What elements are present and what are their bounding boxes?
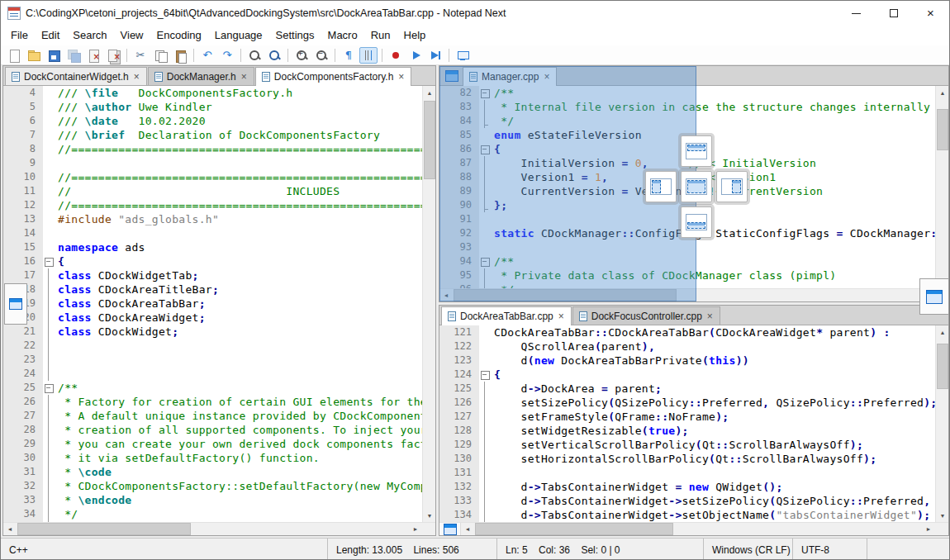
line-number[interactable]: 33 — [3, 493, 43, 507]
menu-file[interactable]: File — [4, 26, 35, 45]
line-number[interactable]: 31 — [3, 465, 43, 479]
line-number[interactable]: 23 — [3, 353, 43, 367]
tab-close-button[interactable]: × — [133, 72, 140, 82]
line-number[interactable]: 132 — [439, 480, 479, 494]
scroll-right-button[interactable]: ► — [922, 523, 935, 535]
menu-language[interactable]: Language — [208, 26, 269, 45]
tab-close-button[interactable]: × — [706, 311, 714, 321]
scroll-down-button[interactable]: ▼ — [936, 509, 948, 522]
dock-indicator-top[interactable] — [681, 135, 712, 167]
line-number[interactable]: 17 — [3, 268, 43, 282]
fold-marker[interactable] — [43, 254, 55, 268]
line-number[interactable]: 129 — [439, 438, 479, 452]
tab-close-button[interactable]: × — [240, 72, 248, 82]
scrollbar-track[interactable] — [474, 523, 922, 535]
vertical-scrollbar[interactable]: ▲ ▼ — [422, 86, 435, 522]
scrollbar-track[interactable] — [17, 523, 409, 535]
scroll-left-button[interactable]: ◄ — [3, 523, 17, 535]
menu-help[interactable]: Help — [397, 26, 433, 45]
toolbar-close-button[interactable] — [84, 47, 102, 64]
line-number[interactable]: 130 — [439, 452, 479, 466]
menu-edit[interactable]: Edit — [35, 26, 66, 45]
menu-macro[interactable]: Macro — [321, 26, 364, 45]
menu-search[interactable]: Search — [66, 26, 113, 45]
menu-encoding[interactable]: Encoding — [150, 26, 208, 45]
line-number[interactable]: 24 — [3, 367, 43, 381]
scroll-up-button[interactable]: ▲ — [423, 86, 435, 99]
scrollbar-thumb[interactable] — [937, 109, 948, 150]
code-area[interactable]: 121CDockAreaTabBar::CDockAreaTabBar(CDoc… — [439, 325, 935, 522]
menu-settings[interactable]: Settings — [269, 26, 321, 45]
scroll-up-button[interactable]: ▲ — [936, 325, 948, 339]
auto-hide-tab-right[interactable] — [919, 278, 949, 315]
line-number[interactable]: 126 — [439, 396, 479, 410]
toolbar-replace-button[interactable] — [265, 47, 283, 64]
toolbar-redo-button[interactable]: ↷ — [218, 47, 236, 64]
vertical-scrollbar[interactable]: ▲ ▼ — [935, 325, 948, 522]
tab-DockComponentsFactory.h[interactable]: DockComponentsFactory.h× — [255, 67, 412, 86]
line-number[interactable]: 13 — [3, 212, 43, 226]
toolbar-copy-button[interactable] — [151, 47, 169, 64]
scrollbar-thumb[interactable] — [424, 101, 435, 179]
line-number[interactable]: 127 — [439, 410, 479, 424]
scrollbar-thumb[interactable] — [17, 523, 191, 535]
line-number[interactable]: 7 — [3, 128, 43, 142]
toolbar-paste-button[interactable] — [171, 47, 189, 64]
code-area[interactable]: 4/// \file DockComponentsFactory.h5/// \… — [3, 86, 422, 522]
tab-close-button[interactable]: × — [397, 72, 405, 82]
line-number[interactable]: 26 — [3, 395, 43, 409]
toolbar-zoom-in-button[interactable]: + — [292, 47, 311, 64]
line-number[interactable]: 4 — [3, 86, 43, 100]
toolbar-open-file-button[interactable] — [25, 47, 43, 64]
line-number[interactable]: 134 — [439, 508, 479, 522]
line-number[interactable]: 28 — [3, 423, 43, 437]
line-number[interactable]: 14 — [3, 226, 43, 240]
status-encoding[interactable]: UTF-8 — [792, 539, 867, 560]
line-number[interactable]: 125 — [439, 382, 479, 396]
tab-DockFocusController.cpp[interactable]: DockFocusController.cpp× — [572, 306, 720, 325]
toolbar-save-all-button[interactable] — [64, 47, 83, 64]
line-number[interactable]: 122 — [439, 339, 479, 354]
dock-indicator-right[interactable] — [716, 171, 748, 202]
line-number[interactable]: 123 — [439, 354, 479, 368]
scroll-left-button[interactable]: ◄ — [461, 523, 474, 535]
toolbar-indent-guides-button[interactable] — [359, 47, 378, 64]
scroll-up-button[interactable]: ▲ — [936, 86, 948, 99]
toolbar-macro-record-button[interactable] — [387, 47, 405, 64]
tab-DockManager.h[interactable]: DockManager.h× — [148, 67, 254, 85]
auto-hide-button[interactable] — [439, 523, 461, 535]
minimize-button[interactable] — [838, 1, 875, 26]
toolbar-macro-play-button[interactable] — [406, 47, 425, 64]
line-number[interactable]: 133 — [439, 494, 479, 508]
toolbar-new-file-button[interactable] — [5, 47, 23, 64]
line-number[interactable]: 22 — [3, 339, 43, 353]
line-number[interactable]: 21 — [3, 325, 43, 339]
toolbar-save-button[interactable] — [45, 47, 63, 64]
line-number[interactable]: 124 — [439, 368, 479, 382]
line-number[interactable]: 131 — [439, 466, 479, 480]
line-number[interactable]: 12 — [3, 198, 43, 212]
line-number[interactable]: 9 — [3, 156, 43, 170]
vertical-scrollbar[interactable]: ▲ ▼ — [935, 86, 948, 288]
horizontal-scrollbar[interactable]: ◄ ► — [439, 522, 948, 535]
toolbar-monitoring-button[interactable] — [454, 47, 472, 64]
scroll-right-button[interactable]: ► — [409, 523, 422, 535]
fold-marker[interactable] — [479, 368, 491, 382]
line-number[interactable]: 29 — [3, 437, 43, 451]
line-number[interactable]: 128 — [439, 424, 479, 438]
dock-indicator-left[interactable] — [645, 171, 677, 202]
tab-close-button[interactable]: × — [558, 311, 565, 321]
line-number[interactable]: 10 — [3, 170, 43, 184]
line-number[interactable]: 16 — [3, 254, 43, 268]
maximize-button[interactable] — [875, 1, 912, 26]
close-button[interactable]: × — [912, 1, 949, 26]
toolbar-zoom-out-button[interactable]: − — [312, 47, 330, 64]
menu-view[interactable]: View — [114, 26, 150, 45]
line-number[interactable]: 34 — [3, 507, 43, 521]
editor-dockareatabbar[interactable]: 121CDockAreaTabBar::CDockAreaTabBar(CDoc… — [439, 325, 948, 522]
editor-dockcomponentsfactory[interactable]: 4/// \file DockComponentsFactory.h5/// \… — [3, 86, 435, 522]
line-number[interactable]: 30 — [3, 451, 43, 465]
line-number[interactable]: 32 — [3, 479, 43, 493]
toolbar-find-button[interactable] — [245, 47, 264, 64]
scroll-down-button[interactable]: ▼ — [423, 509, 435, 522]
